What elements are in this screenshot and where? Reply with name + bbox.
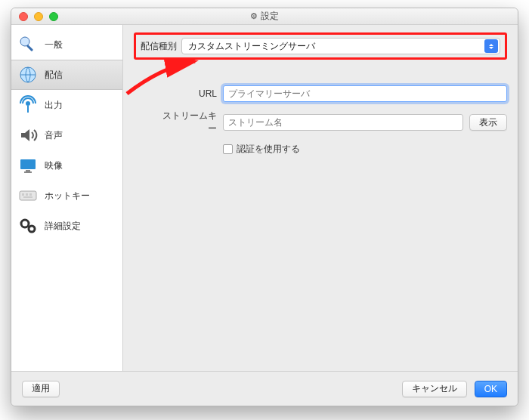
- window-title: 設定: [261, 10, 279, 23]
- url-label: URL: [156, 88, 217, 99]
- wrench-icon: [17, 34, 39, 55]
- svg-rect-12: [23, 196, 32, 198]
- sidebar-item-label: ホットキー: [45, 190, 90, 202]
- svg-rect-10: [26, 193, 28, 196]
- ok-button[interactable]: OK: [475, 381, 507, 397]
- minimize-icon[interactable]: [34, 12, 43, 21]
- keyboard-icon: [17, 185, 39, 206]
- apply-button[interactable]: 適用: [22, 381, 60, 397]
- svg-rect-1: [26, 45, 33, 51]
- zoom-icon[interactable]: [49, 12, 58, 21]
- stream-type-value: カスタムストリーミングサーバ: [188, 40, 315, 53]
- auth-row: 認証を使用する: [223, 143, 507, 156]
- url-row: URL: [156, 85, 507, 102]
- show-key-button[interactable]: 表示: [469, 114, 507, 131]
- sidebar-item-general[interactable]: 一般: [11, 29, 122, 60]
- svg-rect-11: [29, 193, 32, 196]
- antenna-icon: [17, 94, 39, 116]
- stream-key-input[interactable]: [223, 114, 463, 131]
- svg-rect-6: [26, 170, 30, 171]
- sidebar-item-label: 音声: [45, 129, 63, 142]
- traffic-lights: [11, 12, 58, 21]
- svg-rect-4: [27, 106, 29, 113]
- auth-checkbox[interactable]: [223, 144, 233, 154]
- auth-label: 認証を使用する: [237, 143, 300, 156]
- sidebar-item-label: 出力: [45, 99, 63, 112]
- content-pane: 配信種別 カスタムストリーミングサーバ: [123, 25, 518, 371]
- gear-icon: ⚙: [250, 11, 258, 21]
- svg-point-14: [29, 226, 35, 232]
- titlebar: ⚙ 設定: [11, 8, 518, 25]
- svg-rect-9: [22, 193, 24, 196]
- close-icon[interactable]: [19, 12, 28, 21]
- settings-window: ⚙ 設定 一般 配信: [11, 8, 518, 406]
- sidebar-item-label: 詳細設定: [45, 220, 81, 233]
- sidebar-item-label: 配信: [45, 69, 63, 82]
- sidebar-item-hotkeys[interactable]: ホットキー: [11, 181, 122, 211]
- chevron-updown-icon: [484, 39, 498, 53]
- monitor-icon: [17, 155, 39, 176]
- stream-type-select[interactable]: カスタムストリーミングサーバ: [181, 38, 500, 54]
- url-input[interactable]: [223, 85, 507, 102]
- svg-point-0: [20, 37, 29, 46]
- speaker-icon: [17, 125, 39, 146]
- sidebar-item-stream[interactable]: 配信: [11, 60, 122, 90]
- sidebar-item-label: 映像: [45, 159, 63, 172]
- stream-type-row: 配信種別 カスタムストリーミングサーバ: [134, 32, 507, 60]
- stream-key-row: ストリームキー 表示: [156, 110, 507, 135]
- sidebar-item-label: 一般: [45, 39, 63, 51]
- svg-point-3: [26, 101, 30, 106]
- sidebar-item-video[interactable]: 映像: [11, 150, 122, 181]
- stream-type-label: 配信種別: [141, 40, 177, 53]
- cancel-button[interactable]: キャンセル: [402, 381, 467, 397]
- gears-icon: [17, 215, 39, 236]
- svg-rect-5: [20, 159, 36, 169]
- sidebar-item-output[interactable]: 出力: [11, 90, 122, 120]
- svg-point-13: [21, 220, 29, 227]
- sidebar-item-audio[interactable]: 音声: [11, 120, 122, 150]
- svg-rect-7: [24, 171, 32, 173]
- footer: 適用 キャンセル OK: [11, 371, 518, 406]
- globe-icon: [17, 64, 39, 85]
- sidebar: 一般 配信 出力 音声: [11, 25, 123, 371]
- stream-key-label: ストリームキー: [156, 110, 217, 135]
- sidebar-item-advanced[interactable]: 詳細設定: [11, 211, 122, 241]
